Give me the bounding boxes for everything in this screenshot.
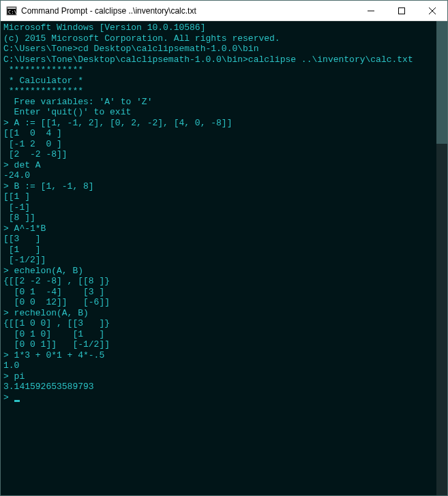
terminal-line: -24.0	[3, 170, 445, 181]
terminal-line: [[3 ]	[3, 234, 445, 245]
terminal-line: >	[3, 392, 445, 403]
maximize-button[interactable]	[386, 1, 417, 20]
terminal-line: [-1/2]]	[3, 255, 445, 266]
terminal-line: [[1 0 4 ]	[3, 128, 445, 139]
svg-rect-1	[8, 7, 16, 9]
minimize-button[interactable]	[355, 1, 386, 20]
svg-text:C:\: C:\	[8, 10, 17, 15]
close-button[interactable]	[417, 1, 447, 20]
terminal-line: [0 0 12]] [-6]]	[3, 297, 445, 308]
terminal-line: [8 ]]	[3, 213, 445, 223]
terminal-line: **************	[3, 65, 445, 76]
titlebar[interactable]: C:\ Command Prompt - calclipse ..\invent…	[1, 1, 447, 21]
terminal-line: (c) 2015 Microsoft Corporation. All righ…	[3, 33, 445, 44]
terminal-line: Microsoft Windows [Version 10.0.10586]	[3, 22, 445, 33]
terminal-line: 1.0	[3, 360, 445, 371]
app-icon: C:\	[6, 5, 17, 16]
terminal-line: > det A	[3, 160, 445, 171]
scrollbar-thumb[interactable]	[436, 21, 447, 144]
terminal-line: {[[1 0 0] , [[3 ]}	[3, 318, 445, 329]
terminal-line: * Calculator *	[3, 76, 445, 87]
svg-rect-4	[398, 7, 404, 14]
terminal-line: [2 -2 -8]]	[3, 149, 445, 160]
terminal-line: > 1*3 + 0*1 + 4*-.5	[3, 350, 445, 361]
cursor	[14, 400, 20, 402]
terminal-line: C:\Users\Tone>cd Desktop\calclipsemath-1…	[3, 44, 445, 55]
scrollbar[interactable]	[436, 21, 447, 495]
terminal-line: > echelon(A, B)	[3, 266, 445, 277]
terminal-line: > A := [[1, -1, 2], [0, 2, -2], [4, 0, -…	[3, 118, 445, 129]
terminal-line: > B := [1, -1, 8]	[3, 181, 445, 192]
terminal-line: Free variables: 'A' to 'Z'	[3, 97, 445, 108]
command-prompt-window: C:\ Command Prompt - calclipse ..\invent…	[0, 0, 448, 496]
terminal-line: {[[2 -2 -8] , [[8 ]}	[3, 276, 445, 287]
terminal-line: > pi	[3, 371, 445, 382]
terminal-line: C:\Users\Tone\Desktop\calclipsemath-1.0.…	[3, 55, 445, 65]
terminal-line: [1 ]	[3, 245, 445, 255]
terminal-line: 3.141592653589793	[3, 382, 445, 392]
terminal-line: [0 1 -4] [3 ]	[3, 287, 445, 298]
terminal-line: [[1 ]	[3, 191, 445, 202]
terminal-line: > rechelon(A, B)	[3, 308, 445, 319]
terminal-line: Enter 'quit()' to exit	[3, 107, 445, 118]
terminal-line: [-1 2 0 ]	[3, 139, 445, 150]
window-controls	[355, 1, 447, 20]
window-title: Command Prompt - calclipse ..\inventory\…	[21, 6, 355, 16]
terminal-line: [0 1 0] [1 ]	[3, 329, 445, 340]
terminal-line: [-1]	[3, 202, 445, 213]
terminal-line: **************	[3, 86, 445, 97]
terminal-line: [0 0 1]] [-1/2]]	[3, 339, 445, 350]
terminal-line: > A^-1*B	[3, 223, 445, 234]
terminal-output[interactable]: Microsoft Windows [Version 10.0.10586](c…	[1, 21, 447, 495]
